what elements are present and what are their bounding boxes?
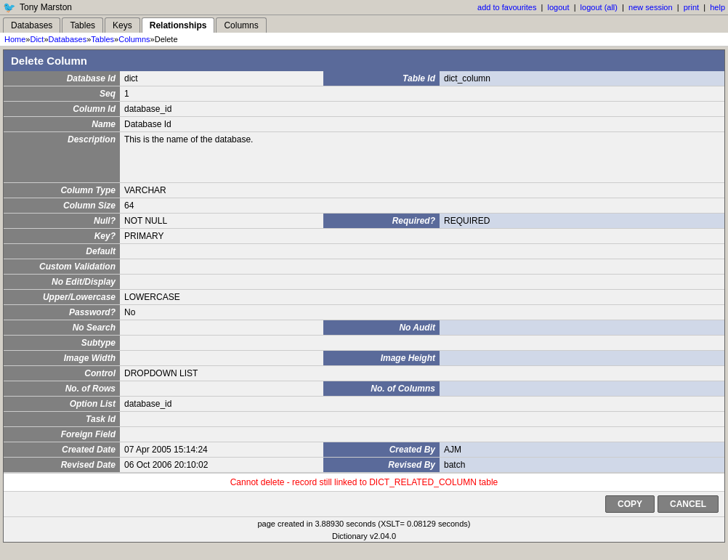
breadcrumb-columns[interactable]: Columns bbox=[118, 35, 150, 44]
image-width-label: Image Width bbox=[4, 351, 120, 366]
custom-validation-label: Custom Validation bbox=[4, 259, 120, 275]
breadcrumb-dict[interactable]: Dict bbox=[30, 35, 44, 44]
null-value: NOT NULL bbox=[120, 214, 323, 229]
table-row: Task Id bbox=[4, 412, 724, 427]
tab-columns[interactable]: Columns bbox=[216, 17, 266, 33]
user-icon: 🐦 bbox=[3, 1, 15, 13]
table-id-value: dict_column bbox=[440, 71, 724, 86]
column-type-label: Column Type bbox=[4, 183, 120, 198]
name-value: Database Id bbox=[120, 117, 724, 132]
key-label: Key? bbox=[4, 229, 120, 244]
subtype-value bbox=[120, 336, 724, 351]
image-height-label: Image Height bbox=[323, 351, 440, 366]
help-link[interactable]: help bbox=[710, 3, 725, 12]
column-size-label: Column Size bbox=[4, 198, 120, 214]
upper-lowercase-label: Upper/Lowercase bbox=[4, 290, 120, 305]
required-value: REQUIRED bbox=[440, 214, 724, 229]
task-id-value bbox=[120, 412, 724, 427]
foreign-field-label: Foreign Field bbox=[4, 427, 120, 442]
created-date-label: Created Date bbox=[4, 442, 120, 458]
table-row: Column Id database_id bbox=[4, 102, 724, 117]
print-link[interactable]: print bbox=[684, 3, 699, 12]
option-list-label: Option List bbox=[4, 397, 120, 412]
logout-link[interactable]: logout bbox=[548, 3, 570, 12]
section-title: Delete Column bbox=[11, 54, 87, 67]
table-id-label: Table Id bbox=[323, 71, 440, 86]
no-of-columns-label: No. of Columns bbox=[323, 381, 440, 397]
top-bar: 🐦 Tony Marston add to favourites | logou… bbox=[0, 0, 728, 15]
breadcrumb-home[interactable]: Home bbox=[4, 35, 25, 44]
table-row: No Search No Audit bbox=[4, 320, 724, 336]
column-id-value: database_id bbox=[120, 102, 724, 117]
tab-databases[interactable]: Databases bbox=[3, 17, 60, 33]
revised-date-value: 06 Oct 2006 20:10:02 bbox=[120, 458, 323, 473]
table-row: No. of Rows No. of Columns bbox=[4, 381, 724, 397]
breadcrumb-tables[interactable]: Tables bbox=[91, 35, 114, 44]
breadcrumb-delete: Delete bbox=[155, 35, 178, 44]
control-label: Control bbox=[4, 366, 120, 381]
cancel-button[interactable]: CANCEL bbox=[658, 495, 719, 513]
tab-tables[interactable]: Tables bbox=[62, 17, 103, 33]
no-audit-value bbox=[440, 320, 724, 336]
table-row: Default bbox=[4, 244, 724, 259]
database-id-label: Database Id bbox=[4, 71, 120, 86]
revised-date-label: Revised Date bbox=[4, 458, 120, 473]
tab-relationships[interactable]: Relationships bbox=[142, 17, 215, 33]
table-row: Option List database_id bbox=[4, 397, 724, 412]
password-label: Password? bbox=[4, 305, 120, 320]
nav-tabs: Databases Tables Keys Relationships Colu… bbox=[0, 15, 728, 33]
table-row: Subtype bbox=[4, 336, 724, 351]
key-value: PRIMARY bbox=[120, 229, 724, 244]
column-id-label: Column Id bbox=[4, 102, 120, 117]
copy-button[interactable]: COPY bbox=[605, 495, 655, 513]
description-value: This is the name of the database. bbox=[120, 132, 724, 183]
column-size-value: 64 bbox=[120, 198, 724, 214]
revised-by-value: batch bbox=[440, 458, 724, 473]
seq-label: Seq bbox=[4, 86, 120, 102]
main-content: Delete Column Database Id dict Table Id … bbox=[3, 49, 725, 543]
table-row: Key? PRIMARY bbox=[4, 229, 724, 244]
table-row: Column Size 64 bbox=[4, 198, 724, 214]
table-row: Column Type VARCHAR bbox=[4, 183, 724, 198]
subtype-label: Subtype bbox=[4, 336, 120, 351]
table-row: Null? NOT NULL Required? REQUIRED bbox=[4, 214, 724, 229]
default-label: Default bbox=[4, 244, 120, 259]
table-row: Foreign Field bbox=[4, 427, 724, 442]
task-id-label: Task Id bbox=[4, 412, 120, 427]
table-row: Control DROPDOWN LIST bbox=[4, 366, 724, 381]
no-audit-label: No Audit bbox=[323, 320, 440, 336]
upper-lowercase-value: LOWERCASE bbox=[120, 290, 724, 305]
required-label: Required? bbox=[323, 214, 440, 229]
error-message: Cannot delete - record still linked to D… bbox=[4, 473, 724, 491]
logout-all-link[interactable]: logout (all) bbox=[581, 3, 618, 12]
column-type-value: VARCHAR bbox=[120, 183, 724, 198]
tab-keys[interactable]: Keys bbox=[105, 17, 140, 33]
seq-value: 1 bbox=[120, 86, 724, 102]
table-row: Seq 1 bbox=[4, 86, 724, 102]
table-row: Image Width Image Height bbox=[4, 351, 724, 366]
no-search-value bbox=[120, 320, 323, 336]
revised-by-label: Revised By bbox=[323, 458, 440, 473]
no-search-label: No Search bbox=[4, 320, 120, 336]
no-of-columns-value bbox=[440, 381, 724, 397]
breadcrumb: Home»Dict»Databases»Tables»Columns»Delet… bbox=[0, 33, 728, 46]
section-header: Delete Column bbox=[4, 50, 724, 71]
table-row: Custom Validation bbox=[4, 259, 724, 275]
button-row: COPY CANCEL bbox=[4, 491, 724, 516]
default-value bbox=[120, 244, 724, 259]
add-to-favourites-link[interactable]: add to favourites bbox=[477, 3, 536, 12]
table-row: Name Database Id bbox=[4, 117, 724, 132]
table-row: Description This is the name of the data… bbox=[4, 132, 724, 183]
table-row: Password? No bbox=[4, 305, 724, 320]
image-height-value bbox=[440, 351, 724, 366]
new-session-link[interactable]: new session bbox=[628, 3, 673, 12]
option-list-value: database_id bbox=[120, 397, 724, 412]
password-value: No bbox=[120, 305, 724, 320]
created-date-value: 07 Apr 2005 15:14:24 bbox=[120, 442, 323, 458]
foreign-field-value bbox=[120, 427, 724, 442]
table-row: Upper/Lowercase LOWERCASE bbox=[4, 290, 724, 305]
no-edit-display-value bbox=[120, 275, 724, 290]
breadcrumb-databases[interactable]: Databases bbox=[49, 35, 87, 44]
top-bar-left: 🐦 Tony Marston bbox=[3, 1, 72, 13]
control-value: DROPDOWN LIST bbox=[120, 366, 724, 381]
